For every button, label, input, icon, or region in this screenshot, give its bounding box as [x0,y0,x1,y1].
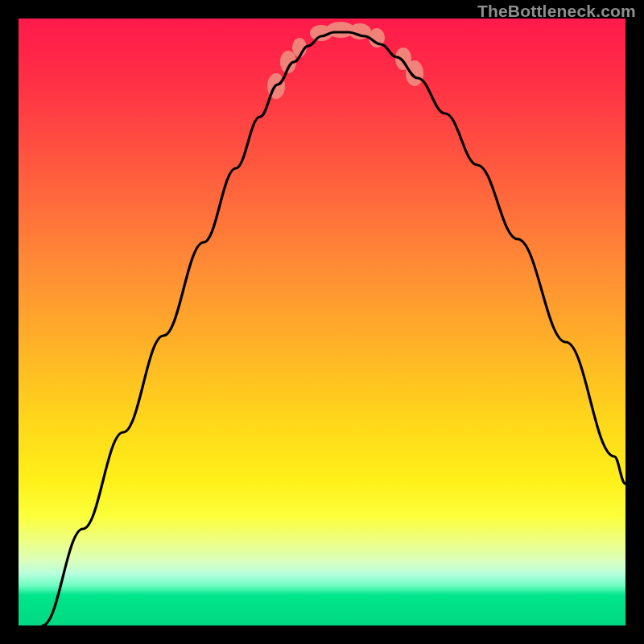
watermark-text: TheBottleneck.com [477,2,636,21]
marker-point [406,60,423,86]
outer-black-frame: TheBottleneck.com [0,0,644,644]
chart-svg [19,19,625,625]
bottleneck-curve [43,32,625,625]
plot-area [19,19,625,625]
